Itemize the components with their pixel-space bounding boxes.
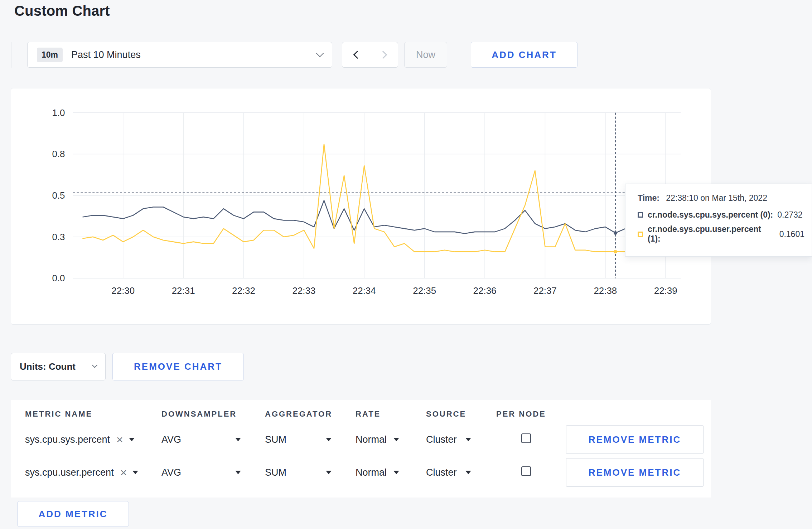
table-header-row: METRIC NAME DOWNSAMPLER AGGREGATOR RATE … (11, 400, 711, 423)
tooltip-series-label: cr.node.sys.cpu.sys.percent (0): (648, 210, 773, 220)
column-header-aggregator: AGGREGATOR (265, 409, 356, 419)
per-node-checkbox[interactable] (521, 433, 531, 443)
chevron-left-icon (353, 51, 361, 59)
downsampler-value: AVG (161, 467, 181, 478)
svg-text:0.5: 0.5 (52, 190, 65, 200)
chart-panel: 0.00.30.50.81.022:3022:3122:3222:3322:34… (11, 88, 711, 325)
chevron-right-icon (379, 51, 387, 59)
tooltip-time-row: Time: 22:38:10 on Mar 15th, 2022 (638, 193, 804, 203)
metric-name: sys.cpu.user.percent (25, 467, 114, 478)
downsampler-select[interactable]: AVG (161, 434, 241, 445)
tooltip-series-value: 0.2732 (777, 210, 802, 220)
aggregator-value: SUM (265, 434, 286, 445)
series-user-swatch-icon (638, 232, 643, 237)
svg-text:22:31: 22:31 (172, 286, 195, 296)
range-nav-group (342, 42, 398, 68)
toolbar-divider (11, 42, 11, 68)
series-sys-swatch-icon (638, 212, 643, 218)
downsampler-value: AVG (161, 434, 181, 445)
caret-down-icon (465, 438, 471, 441)
remove-metric-button[interactable]: REMOVE METRIC (566, 425, 704, 454)
tooltip-series-value: 0.1601 (779, 229, 804, 239)
column-header-downsampler: DOWNSAMPLER (161, 409, 265, 419)
svg-text:22:32: 22:32 (232, 286, 255, 296)
tooltip-series-row: cr.node.sys.cpu.user.percent (1): 0.1601 (638, 224, 804, 244)
metric-row: sys.cpu.sys.percent × AVG SUM Normal Clu… (11, 423, 711, 456)
chevron-down-icon (92, 362, 98, 368)
tooltip-time-value: 22:38:10 on Mar 15th, 2022 (666, 193, 767, 203)
metric-select[interactable]: sys.cpu.user.percent × (25, 467, 161, 478)
svg-text:22:37: 22:37 (533, 286, 557, 296)
column-header-per-node: PER NODE (496, 409, 566, 419)
svg-text:22:38: 22:38 (594, 286, 617, 296)
aggregator-select[interactable]: SUM (265, 467, 332, 478)
svg-text:22:34: 22:34 (353, 286, 376, 296)
remove-chart-button[interactable]: REMOVE CHART (112, 353, 244, 380)
next-range-button[interactable] (370, 42, 398, 68)
svg-text:1.0: 1.0 (52, 108, 65, 118)
metric-select[interactable]: sys.cpu.sys.percent × (25, 434, 161, 445)
caret-down-icon (393, 471, 399, 474)
rate-select[interactable]: Normal (356, 434, 399, 445)
svg-text:22:30: 22:30 (111, 286, 135, 296)
svg-text:22:35: 22:35 (413, 286, 436, 296)
svg-text:22:33: 22:33 (292, 286, 315, 296)
aggregator-select[interactable]: SUM (265, 434, 332, 445)
svg-text:0.8: 0.8 (52, 149, 65, 159)
column-header-metric-name: METRIC NAME (25, 409, 161, 419)
source-value: Cluster (426, 467, 457, 478)
svg-text:22:36: 22:36 (473, 286, 497, 296)
metric-name: sys.cpu.sys.percent (25, 434, 110, 445)
chart-tooltip: Time: 22:38:10 on Mar 15th, 2022 cr.node… (625, 184, 812, 257)
caret-down-icon (235, 438, 241, 441)
tooltip-time-label: Time: (638, 193, 659, 203)
caret-down-icon (129, 438, 135, 441)
toolbar: 10m Past 10 Minutes Now ADD CHART (11, 42, 577, 68)
add-metric-button[interactable]: ADD METRIC (17, 501, 129, 527)
svg-text:0.0: 0.0 (52, 273, 65, 283)
caret-down-icon (326, 471, 332, 474)
aggregator-value: SUM (265, 467, 286, 478)
tooltip-series-row: cr.node.sys.cpu.sys.percent (0): 0.2732 (638, 210, 804, 220)
caret-down-icon (326, 438, 332, 441)
caret-down-icon (465, 471, 471, 474)
tooltip-series-label: cr.node.sys.cpu.user.percent (1): (648, 224, 775, 244)
metric-row: sys.cpu.user.percent × AVG SUM Normal Cl… (11, 456, 711, 489)
remove-metric-button[interactable]: REMOVE METRIC (566, 458, 704, 487)
chevron-down-icon (316, 49, 324, 57)
column-header-rate: RATE (356, 409, 426, 419)
metrics-table: METRIC NAME DOWNSAMPLER AGGREGATOR RATE … (11, 400, 711, 498)
column-header-source: SOURCE (426, 409, 496, 419)
time-range-badge: 10m (37, 48, 63, 62)
page-title: Custom Chart (14, 3, 110, 19)
add-chart-button[interactable]: ADD CHART (471, 42, 577, 68)
source-value: Cluster (426, 434, 457, 445)
caret-down-icon (393, 438, 399, 441)
clear-metric-icon[interactable]: × (120, 467, 127, 478)
time-range-select[interactable]: 10m Past 10 Minutes (27, 42, 332, 68)
caret-down-icon (132, 471, 138, 474)
units-label: Units: Count (20, 361, 76, 372)
units-select[interactable]: Units: Count (11, 353, 106, 380)
per-node-checkbox[interactable] (521, 466, 531, 476)
rate-select[interactable]: Normal (356, 467, 399, 478)
line-chart[interactable]: 0.00.30.50.81.022:3022:3122:3222:3322:34… (11, 88, 711, 324)
caret-down-icon (235, 471, 241, 474)
svg-text:0.3: 0.3 (52, 232, 65, 242)
downsampler-select[interactable]: AVG (161, 467, 241, 478)
time-range-label: Past 10 Minutes (71, 49, 141, 60)
source-select[interactable]: Cluster (426, 467, 471, 478)
source-select[interactable]: Cluster (426, 434, 471, 445)
svg-text:22:39: 22:39 (654, 286, 677, 296)
rate-value: Normal (356, 434, 387, 445)
chart-controls: Units: Count REMOVE CHART (11, 353, 244, 380)
clear-metric-icon[interactable]: × (116, 434, 123, 445)
now-button[interactable]: Now (404, 42, 447, 68)
rate-value: Normal (356, 467, 387, 478)
prev-range-button[interactable] (342, 42, 370, 68)
